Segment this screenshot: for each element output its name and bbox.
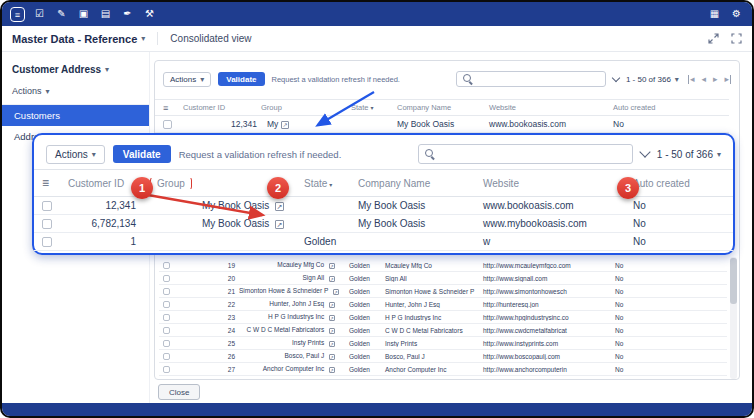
column-state[interactable]: State▾ bbox=[294, 178, 356, 189]
row-checkbox[interactable] bbox=[163, 120, 172, 129]
expand-icon[interactable] bbox=[708, 33, 719, 44]
validate-button[interactable]: Validate bbox=[218, 72, 264, 86]
cell-customer-id: 19 bbox=[177, 262, 237, 269]
prev-page-icon[interactable]: ◂ bbox=[701, 75, 706, 84]
sidebar-title-row[interactable]: Customer Address ▾ bbox=[2, 60, 149, 79]
settings-gear-icon[interactable]: ⚙ bbox=[729, 7, 744, 22]
external-link-icon[interactable]: ↗ bbox=[329, 354, 335, 360]
tasks-icon[interactable]: ☑ bbox=[32, 7, 47, 22]
chevron-down-icon[interactable] bbox=[639, 146, 650, 157]
column-website[interactable]: Website bbox=[487, 103, 611, 112]
external-link-icon[interactable]: ↗ bbox=[333, 289, 339, 295]
row-checkbox[interactable] bbox=[163, 366, 170, 373]
close-button[interactable]: Close bbox=[158, 384, 200, 400]
external-link-icon[interactable]: ↗ bbox=[329, 367, 335, 373]
scrollbar-thumb[interactable] bbox=[730, 258, 737, 304]
next-page-icon[interactable]: ▸ bbox=[713, 75, 718, 84]
column-company-name[interactable]: Company Name bbox=[356, 178, 481, 189]
row-checkbox[interactable] bbox=[42, 201, 52, 211]
row-checkbox[interactable] bbox=[42, 219, 52, 229]
cell-company: Sign All bbox=[383, 275, 481, 282]
copy-icon[interactable]: ▣ bbox=[76, 7, 91, 22]
external-link-icon[interactable]: ↗ bbox=[281, 121, 289, 129]
cell-auto-created: No bbox=[631, 200, 729, 211]
app-menu-icon[interactable]: ≡ bbox=[10, 7, 25, 22]
cell-auto-created: No bbox=[611, 119, 681, 129]
column-group[interactable]: Group bbox=[259, 103, 349, 112]
row-checkbox[interactable] bbox=[42, 237, 52, 247]
row-checkbox[interactable] bbox=[163, 340, 170, 347]
row-checkbox[interactable] bbox=[163, 353, 170, 360]
cell-website: http://www.mcauleymfgco.com bbox=[481, 262, 613, 269]
column-website[interactable]: Website bbox=[481, 178, 631, 189]
row-select[interactable] bbox=[40, 236, 66, 247]
row-checkbox[interactable] bbox=[163, 275, 170, 282]
actions-button[interactable]: Actions ▾ bbox=[46, 145, 105, 164]
document-icon[interactable]: ▤ bbox=[98, 7, 113, 22]
cell-auto-created: No bbox=[613, 301, 673, 308]
caret-down-icon[interactable]: ▾ bbox=[141, 34, 145, 43]
pagination-range[interactable]: 1 - 50 of 366 ▾ bbox=[657, 149, 721, 160]
apps-grid-icon[interactable]: ▦ bbox=[707, 7, 722, 22]
column-auto-created[interactable]: Auto created bbox=[611, 103, 681, 112]
chevron-down-icon[interactable] bbox=[612, 73, 620, 81]
external-link-icon[interactable]: ↗ bbox=[329, 315, 335, 321]
row-select[interactable] bbox=[161, 352, 177, 360]
row-select[interactable] bbox=[161, 339, 177, 347]
divider bbox=[157, 32, 158, 45]
cell-company: Simonton Howe & Schneider P bbox=[383, 288, 481, 295]
table-toolbar: Actions ▾ Validate Request a validation … bbox=[155, 61, 739, 97]
cell-customer-id: 21 bbox=[177, 288, 237, 295]
row-checkbox[interactable] bbox=[163, 327, 170, 334]
row-select[interactable] bbox=[161, 326, 177, 334]
external-link-icon[interactable]: ↗ bbox=[329, 302, 335, 308]
vertical-scrollbar[interactable] bbox=[730, 257, 737, 379]
column-customer-id[interactable]: Customer ID bbox=[181, 103, 259, 112]
validate-button[interactable]: Validate bbox=[113, 145, 171, 163]
row-select[interactable] bbox=[161, 365, 177, 373]
external-link-icon[interactable]: ↗ bbox=[329, 328, 335, 334]
row-select[interactable] bbox=[161, 287, 177, 295]
external-link-icon[interactable]: ↗ bbox=[329, 263, 335, 269]
cell-state: Golden bbox=[341, 314, 383, 321]
column-menu-icon[interactable]: ≡ bbox=[42, 176, 49, 190]
row-checkbox[interactable] bbox=[163, 262, 170, 269]
cell-state: Golden bbox=[341, 275, 383, 282]
external-link-icon[interactable]: ↗ bbox=[329, 341, 335, 347]
first-page-icon[interactable]: ◂ bbox=[688, 75, 695, 84]
cell-state: Golden bbox=[341, 262, 383, 269]
sidebar-item-customers[interactable]: Customers bbox=[2, 105, 149, 126]
pagination-range[interactable]: 1 - 50 of 366 ▾ bbox=[626, 75, 679, 84]
search-input[interactable] bbox=[456, 71, 606, 87]
row-checkbox[interactable] bbox=[163, 301, 170, 308]
row-select[interactable] bbox=[40, 200, 66, 211]
column-auto-created[interactable]: Auto created bbox=[631, 178, 729, 189]
external-link-icon[interactable]: ↗ bbox=[329, 276, 335, 282]
tools-icon[interactable]: ⚒ bbox=[142, 7, 157, 22]
row-select[interactable] bbox=[161, 300, 177, 308]
row-checkbox[interactable] bbox=[163, 314, 170, 321]
table-row: 25Insty Prints ↗GoldenInsty Printshttp:/… bbox=[159, 337, 727, 350]
external-link-icon[interactable]: ↗ bbox=[275, 220, 284, 229]
column-state[interactable]: State▾ bbox=[349, 103, 395, 112]
row-select[interactable] bbox=[161, 261, 177, 269]
sidebar-actions-menu[interactable]: Actions ▾ bbox=[2, 79, 149, 105]
fullscreen-icon[interactable] bbox=[731, 33, 742, 44]
row-checkbox[interactable] bbox=[163, 288, 170, 295]
row-select[interactable] bbox=[161, 313, 177, 321]
table-header: ≡ Customer ID Group State▾ Company Name … bbox=[155, 99, 729, 116]
actions-button[interactable]: Actions ▾ bbox=[163, 72, 211, 87]
last-page-icon[interactable]: ▸ bbox=[724, 75, 731, 84]
table-row: 12,341My Book Oasis ↗My Book Oasiswww.bo… bbox=[34, 197, 733, 215]
compose-icon[interactable]: ✎ bbox=[54, 7, 69, 22]
pen-icon[interactable]: ✒ bbox=[120, 7, 135, 22]
row-select[interactable] bbox=[161, 119, 181, 129]
row-select[interactable] bbox=[161, 274, 177, 282]
column-menu-icon[interactable]: ≡ bbox=[163, 103, 168, 113]
external-link-icon[interactable]: ↗ bbox=[275, 202, 284, 211]
column-company-name[interactable]: Company Name bbox=[395, 103, 487, 112]
search-input[interactable] bbox=[418, 144, 633, 164]
cell-auto-created: No bbox=[631, 218, 729, 229]
row-select[interactable] bbox=[40, 218, 66, 229]
cell-company: My Book Oasis bbox=[395, 119, 487, 129]
